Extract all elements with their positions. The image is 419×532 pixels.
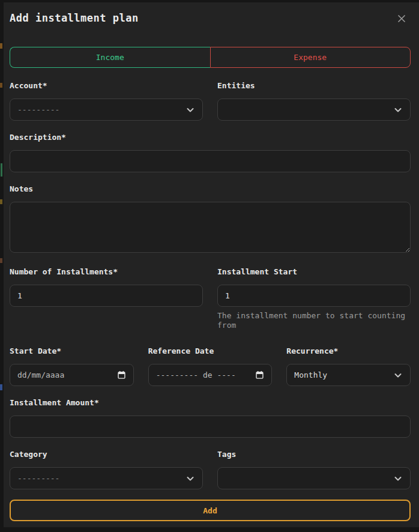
number-of-installments-label: Number of Installments* xyxy=(10,268,203,276)
start-date-placeholder: dd/mm/aaaa xyxy=(17,370,64,379)
recurrence-label: Recurrence* xyxy=(286,347,411,355)
row-installment-amount: Installment Amount* xyxy=(10,399,411,438)
backdrop-artifact xyxy=(0,199,2,204)
account-select[interactable]: --------- xyxy=(10,98,203,121)
account-select-value: --------- xyxy=(17,105,59,114)
page-title: Add installment plan xyxy=(10,12,411,24)
installment-start-help: The installment number to start counting… xyxy=(217,311,411,330)
chevron-down-icon xyxy=(393,474,403,483)
reference-date-label: Reference Date xyxy=(148,347,273,355)
chevron-down-icon xyxy=(185,105,195,115)
category-select[interactable]: --------- xyxy=(10,467,203,489)
description-label: Description* xyxy=(10,133,411,142)
backdrop-artifact xyxy=(0,83,2,88)
entities-label: Entities xyxy=(217,82,411,90)
recurrence-select[interactable]: Monthly xyxy=(286,364,411,386)
row-notes: Notes xyxy=(10,185,411,255)
tags-select[interactable] xyxy=(217,467,411,489)
category-select-value: --------- xyxy=(17,474,59,483)
add-button[interactable]: Add xyxy=(10,500,411,521)
backdrop-artifact xyxy=(0,258,2,263)
row-account-entities: Account* --------- Entities xyxy=(10,82,411,121)
account-label: Account* xyxy=(10,82,203,90)
number-of-installments-input[interactable] xyxy=(10,285,203,307)
backdrop-artifact xyxy=(0,384,2,390)
category-label: Category xyxy=(10,450,203,459)
type-tabs: Income Expense xyxy=(10,47,411,68)
row-category-tags: Category --------- Tags xyxy=(10,450,411,489)
reference-date-placeholder: --------- de ---- xyxy=(156,370,236,379)
description-input[interactable] xyxy=(10,150,411,172)
tags-label: Tags xyxy=(217,450,411,459)
chevron-down-icon xyxy=(185,474,195,483)
row-description: Description* xyxy=(10,133,411,172)
chevron-down-icon xyxy=(393,370,403,380)
reference-date-input[interactable]: --------- de ---- xyxy=(148,364,273,386)
recurrence-select-value: Monthly xyxy=(294,370,327,379)
installment-amount-label: Installment Amount* xyxy=(10,399,411,407)
start-date-input[interactable]: dd/mm/aaaa xyxy=(10,364,134,386)
installment-start-input[interactable] xyxy=(217,285,411,307)
chevron-down-icon xyxy=(393,105,403,115)
backdrop-artifact xyxy=(1,163,2,177)
installment-start-label: Installment Start xyxy=(217,268,411,276)
modal-header: Add installment plan xyxy=(10,12,411,24)
notes-label: Notes xyxy=(10,185,411,193)
entities-select[interactable] xyxy=(217,98,411,121)
row-installments: Number of Installments* Installment Star… xyxy=(10,268,411,330)
tab-expense[interactable]: Expense xyxy=(210,47,411,68)
add-installment-plan-modal: Add installment plan Income Expense Acco… xyxy=(4,2,419,527)
backdrop-artifact xyxy=(0,43,2,49)
row-dates-recurrence: Start Date* dd/mm/aaaa Reference Date --… xyxy=(10,347,411,386)
calendar-icon xyxy=(255,370,264,379)
close-button[interactable] xyxy=(394,11,409,26)
tab-income[interactable]: Income xyxy=(10,47,210,68)
notes-textarea[interactable] xyxy=(10,202,411,253)
installment-amount-input[interactable] xyxy=(10,416,411,438)
calendar-icon xyxy=(117,370,126,379)
start-date-label: Start Date* xyxy=(10,347,134,355)
close-icon xyxy=(396,13,408,25)
